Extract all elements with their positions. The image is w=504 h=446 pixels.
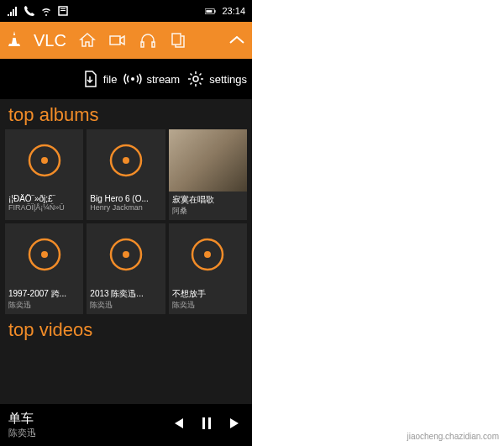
album-title: ¡¦ÐÄÖ¨»ðj;£¨ <box>5 192 83 203</box>
phone-icon <box>24 5 35 17</box>
album-item[interactable]: 1997-2007 跨...陈奕迅 <box>5 223 83 314</box>
album-art <box>87 223 165 286</box>
headphones-icon[interactable] <box>139 31 157 50</box>
svg-rect-9 <box>172 34 181 45</box>
album-title: Big Hero 6 (O... <box>87 192 165 203</box>
album-item[interactable]: 2013 陈奕迅...陈奕迅 <box>87 223 165 314</box>
now-playing-title: 单车 <box>8 411 170 427</box>
svg-point-19 <box>123 251 129 258</box>
watermark: jiaocheng.chazidian.com <box>407 432 499 441</box>
album-art <box>87 129 165 192</box>
pause-button[interactable] <box>198 415 215 435</box>
settings-action[interactable]: settings <box>186 70 247 88</box>
album-title: 2013 陈奕迅... <box>87 286 165 300</box>
now-playing-artist: 陈奕迅 <box>8 427 170 439</box>
prev-button[interactable] <box>170 415 186 435</box>
stream-action[interactable]: stream <box>123 70 180 88</box>
wifi-icon <box>40 5 52 17</box>
vlc-header: VLC <box>0 22 252 59</box>
svg-point-10 <box>131 77 134 81</box>
album-item[interactable]: Big Hero 6 (O...Henry Jackman <box>87 129 165 220</box>
svg-point-13 <box>41 157 48 164</box>
svg-rect-22 <box>202 417 205 429</box>
chevron-up-icon[interactable] <box>228 33 245 48</box>
status-time: 23:14 <box>222 6 245 16</box>
svg-rect-23 <box>208 417 211 429</box>
app-title: VLC <box>34 31 66 50</box>
album-artist: 陈奕迅 <box>169 300 247 314</box>
stream-label: stream <box>146 73 180 86</box>
signal-icon <box>7 5 18 17</box>
album-artist: 陈奕迅 <box>87 300 165 314</box>
vlc-cone-icon <box>7 30 22 50</box>
svg-point-15 <box>123 157 129 164</box>
svg-rect-5 <box>207 10 213 13</box>
svg-point-11 <box>193 76 198 81</box>
notification-icon <box>57 5 69 17</box>
album-artist: 阿桑 <box>169 206 247 220</box>
copy-icon[interactable] <box>169 31 187 50</box>
now-playing-bar: 单车 陈奕迅 <box>0 404 252 446</box>
top-albums-title: top albums <box>0 99 252 129</box>
album-art <box>5 223 83 286</box>
album-art <box>5 129 83 192</box>
svg-point-17 <box>41 251 48 258</box>
home-icon[interactable] <box>78 31 97 50</box>
album-art-photo <box>169 129 247 192</box>
svg-rect-6 <box>110 36 120 45</box>
album-grid: ¡¦ÐÄÖ¨»ðj;£¨FIRAÖÏ|Å¡¼Ñ»ÛBig Hero 6 (O..… <box>0 129 252 314</box>
status-bar: 23:14 <box>0 0 252 22</box>
album-title: 寂寞在唱歌 <box>169 192 247 206</box>
file-action[interactable]: file <box>81 70 118 88</box>
album-title: 1997-2007 跨... <box>5 286 83 300</box>
album-title: 不想放手 <box>169 286 247 300</box>
svg-point-21 <box>204 251 211 258</box>
svg-rect-2 <box>60 10 66 11</box>
battery-icon <box>205 5 217 17</box>
settings-label: settings <box>209 73 247 86</box>
top-videos-title: top videos <box>0 314 252 344</box>
next-button[interactable] <box>227 415 244 435</box>
album-item[interactable]: ¡¦ÐÄÖ¨»ðj;£¨FIRAÖÏ|Å¡¼Ñ»Û <box>5 129 83 220</box>
svg-rect-4 <box>215 10 216 13</box>
album-artist: 陈奕迅 <box>5 300 83 314</box>
album-artist: FIRAÖÏ|Å¡¼Ñ»Û <box>5 203 83 215</box>
svg-rect-1 <box>60 8 66 9</box>
album-item[interactable]: 不想放手陈奕迅 <box>169 223 247 314</box>
action-row: file stream settings <box>0 59 252 99</box>
file-label: file <box>103 73 118 86</box>
video-icon[interactable] <box>108 31 127 50</box>
album-artist: Henry Jackman <box>87 203 165 215</box>
album-art <box>169 223 247 286</box>
album-item[interactable]: 寂寞在唱歌阿桑 <box>169 129 247 220</box>
